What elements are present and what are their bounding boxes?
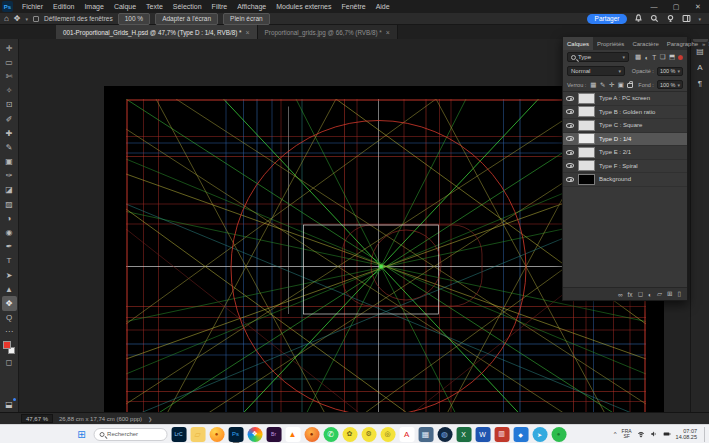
dark-sphere-icon[interactable]: ◍ [437, 427, 452, 442]
filter-toggle-icon[interactable] [678, 55, 683, 60]
layer-style-icon[interactable]: fx [628, 291, 633, 298]
home-icon[interactable]: ⌂ [4, 14, 9, 24]
menu-s-lection[interactable]: Sélection [168, 0, 207, 13]
document-tab-2[interactable]: Proportional_grids.jpg @ 66,7% (RVB/8) *… [258, 25, 398, 39]
maximize-button[interactable]: ▢ [665, 0, 687, 13]
character-dock-icon[interactable]: A [693, 61, 708, 74]
file-explorer-icon[interactable]: ▱ [190, 427, 205, 442]
layer-filter-kind-icon[interactable]: ❏ [660, 53, 666, 61]
layer-thumbnail[interactable] [578, 106, 595, 117]
panel-tab-calques[interactable]: Calques [563, 37, 593, 50]
calculator-icon[interactable]: ▦ [418, 427, 433, 442]
quick-selection-tool-icon[interactable]: ✧ [2, 84, 17, 98]
layer-row[interactable]: Background [563, 173, 687, 187]
battery-icon[interactable] [663, 430, 671, 438]
layer-row[interactable]: Type D : 1/4 [563, 133, 687, 147]
photos-icon[interactable]: ❖ [247, 427, 262, 442]
layer-filter-kind-icon[interactable]: T [652, 54, 656, 61]
tab-close-icon[interactable]: × [386, 29, 390, 36]
lock-option-icon[interactable]: ▦ [590, 81, 596, 89]
excel-icon[interactable]: X [456, 427, 471, 442]
document-tab-1[interactable]: 001-Proportional_Grids_H.psd @ 47,7% (Ty… [56, 25, 258, 39]
taskbar-search-input[interactable]: Rechercher [93, 428, 167, 441]
zoom-tool-icon[interactable]: Q [2, 311, 17, 325]
telegram-icon[interactable]: ➤ [532, 427, 547, 442]
layer-row[interactable]: Type A : PC screen [563, 92, 687, 106]
language-indicator[interactable]: FRASF [622, 429, 632, 439]
vlc-icon[interactable]: ▲ [285, 427, 300, 442]
orange-app-icon[interactable]: ● [304, 427, 319, 442]
layer-thumbnail[interactable] [578, 133, 595, 144]
pen-tool-icon[interactable]: ✒ [2, 240, 17, 254]
start-button[interactable]: ⊞ [74, 427, 89, 442]
menu-edition[interactable]: Edition [48, 0, 79, 13]
close-button[interactable]: ✕ [687, 0, 709, 13]
path-selection-tool-icon[interactable]: ➤ [2, 268, 17, 282]
lasso-tool-icon[interactable]: ✄ [2, 69, 17, 83]
menu-calque[interactable]: Calque [109, 0, 141, 13]
actual-pixels-button[interactable]: 100 % [118, 13, 150, 25]
word-icon[interactable]: W [475, 427, 490, 442]
paragraph-dock-icon[interactable]: ¶ [693, 77, 708, 90]
menu-image[interactable]: Image [79, 0, 108, 13]
search-icon[interactable] [650, 14, 659, 23]
layer-mask-icon[interactable]: ◻ [638, 290, 643, 298]
status-chevron-icon[interactable]: ❯ [148, 416, 152, 422]
yellow-app3-icon[interactable]: ◎ [380, 427, 395, 442]
layer-thumbnail[interactable] [578, 147, 595, 158]
layer-filter-kind-icon[interactable]: ◐ [645, 54, 649, 61]
lightroom-classic-icon[interactable]: LrC [171, 427, 186, 442]
screen-mode-icon[interactable]: ⬓ [2, 398, 16, 410]
scroll-all-windows-checkbox[interactable] [33, 16, 39, 22]
green-dot-icon[interactable]: ● [551, 427, 566, 442]
workspace-caret-icon[interactable]: ▾ [698, 16, 701, 22]
layer-row[interactable]: Type F : Spiral [563, 160, 687, 174]
blue-app-icon[interactable]: ◆ [513, 427, 528, 442]
layer-visibility-eye-icon[interactable] [566, 177, 574, 182]
layer-filter-select[interactable]: Type ▾ [567, 52, 629, 62]
yellow-app1-icon[interactable]: ✿ [342, 427, 357, 442]
foreground-color-swatch[interactable] [3, 341, 11, 349]
fit-screen-button[interactable]: Adapter à l'écran [155, 13, 218, 25]
notifications-bell-icon[interactable] [634, 14, 643, 23]
volume-icon[interactable] [650, 430, 658, 438]
zoom-level-field[interactable]: 47,67 % [21, 414, 53, 423]
delete-layer-icon[interactable]: ▯ [677, 290, 681, 298]
menu-filtre[interactable]: Filtre [207, 0, 233, 13]
quick-mask-icon[interactable]: ◻ [2, 355, 17, 369]
move-tool-icon[interactable]: ✛ [2, 41, 17, 55]
layer-filter-kind-icon[interactable]: ⬒ [669, 53, 675, 61]
menu-texte[interactable]: Texte [141, 0, 168, 13]
link-layers-icon[interactable]: ∞ [618, 291, 623, 298]
minimize-button[interactable]: — [643, 0, 665, 13]
panel-tab-propriétés[interactable]: Propriétés [593, 37, 628, 50]
eraser-tool-icon[interactable]: ◪ [2, 183, 17, 197]
menu-fichier[interactable]: Fichier [17, 0, 48, 13]
layer-thumbnail[interactable] [578, 93, 595, 104]
fill-input[interactable]: 100 %▾ [657, 80, 683, 89]
layer-visibility-eye-icon[interactable] [566, 150, 574, 155]
layer-visibility-eye-icon[interactable] [566, 109, 574, 114]
adjustment-layer-icon[interactable]: ◐ [648, 291, 652, 298]
layer-row[interactable]: Type E : 2/1 [563, 146, 687, 160]
firefox-icon[interactable]: ● [209, 427, 224, 442]
layer-visibility-eye-icon[interactable] [566, 136, 574, 141]
lock-option-icon[interactable]: ▣ [618, 81, 624, 89]
group-layers-icon[interactable]: ▱ [657, 290, 662, 298]
lock-option-icon[interactable]: ✛ [609, 81, 614, 89]
opacity-input[interactable]: 100 %▾ [657, 67, 683, 76]
crop-tool-icon[interactable]: ⊡ [2, 98, 17, 112]
panel-tabs-overflow-icon[interactable]: » [702, 41, 705, 47]
clone-stamp-tool-icon[interactable]: ▣ [2, 155, 17, 169]
layer-row[interactable]: Type B : Golden ratio [563, 106, 687, 120]
layer-thumbnail[interactable] [578, 120, 595, 131]
type-tool-icon[interactable]: T [2, 254, 17, 268]
eyedropper-tool-icon[interactable]: ✐ [2, 112, 17, 126]
lock-option-icon[interactable]: ✎ [600, 81, 605, 89]
history-brush-tool-icon[interactable]: ✑ [2, 169, 17, 183]
layer-visibility-eye-icon[interactable] [566, 123, 574, 128]
dodge-tool-icon[interactable]: ◉ [2, 225, 17, 239]
wifi-icon[interactable] [637, 430, 645, 438]
yellow-app2-icon[interactable]: ⚙ [361, 427, 376, 442]
color-swatches[interactable] [2, 341, 17, 355]
